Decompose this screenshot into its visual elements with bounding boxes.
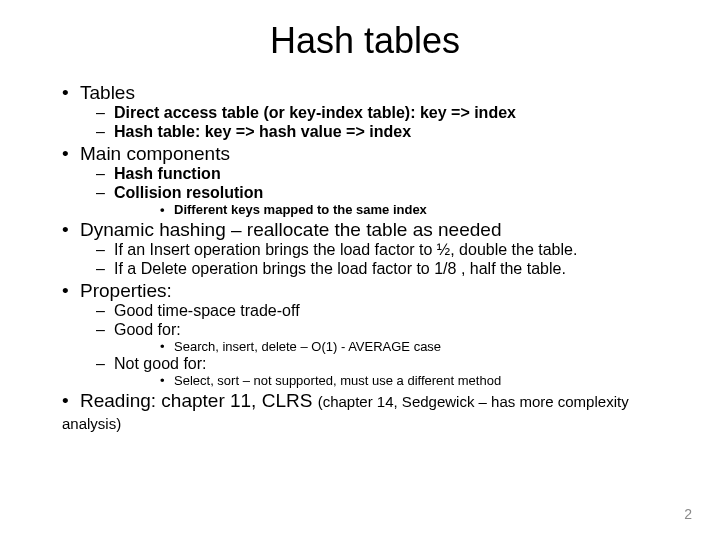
bullet-reading: Reading: chapter 11, CLRS (chapter 14, S…	[62, 390, 680, 434]
sub-sub-bullet: Search, insert, delete – O(1) - AVERAGE …	[160, 339, 680, 354]
sub-bullet: If a Delete operation brings the load fa…	[96, 260, 680, 278]
sub-bullet: Direct access table (or key-index table)…	[96, 104, 680, 122]
sub-bullet: Good time-space trade-off	[96, 302, 680, 320]
slide-number: 2	[684, 506, 692, 522]
text: Not good for:	[114, 355, 207, 372]
sub-bullet: If an Insert operation brings the load f…	[96, 241, 680, 259]
sub-sub-bullet: Select, sort – not supported, must use a…	[160, 373, 680, 388]
sub-bullet: Good for: Search, insert, delete – O(1) …	[96, 321, 680, 354]
text: Tables	[80, 82, 135, 103]
bullet-tables: Tables Direct access table (or key-index…	[62, 82, 680, 141]
text: Main components	[80, 143, 230, 164]
text: Direct access table (or key-index table)…	[114, 104, 516, 121]
text: Good time-space trade-off	[114, 302, 300, 319]
text: If a Delete operation brings the load fa…	[114, 260, 566, 277]
sub-bullet: Collision resolution Different keys mapp…	[96, 184, 680, 217]
slide-title: Hash tables	[50, 20, 680, 62]
text: If an Insert operation brings the load f…	[114, 241, 577, 258]
text: Select, sort – not supported, must use a…	[174, 373, 501, 388]
bullet-main-components: Main components Hash function Collision …	[62, 143, 680, 217]
text: Hash table: key => hash value => index	[114, 123, 411, 140]
text: Good for:	[114, 321, 181, 338]
bullet-dynamic-hashing: Dynamic hashing – reallocate the table a…	[62, 219, 680, 278]
sub-bullet: Hash table: key => hash value => index	[96, 123, 680, 141]
bullet-list: Tables Direct access table (or key-index…	[50, 82, 680, 434]
bullet-properties: Properties: Good time-space trade-off Go…	[62, 280, 680, 388]
text: Hash function	[114, 165, 221, 182]
text: Different keys mapped to the same index	[174, 202, 427, 217]
sub-bullet: Not good for: Select, sort – not support…	[96, 355, 680, 388]
text: Collision resolution	[114, 184, 263, 201]
sub-bullet: Hash function	[96, 165, 680, 183]
text: Dynamic hashing – reallocate the table a…	[80, 219, 501, 240]
text: Search, insert, delete – O(1) - AVERAGE …	[174, 339, 441, 354]
text: Reading: chapter 11, CLRS	[80, 390, 312, 411]
text: Properties:	[80, 280, 172, 301]
sub-sub-bullet: Different keys mapped to the same index	[160, 202, 680, 217]
